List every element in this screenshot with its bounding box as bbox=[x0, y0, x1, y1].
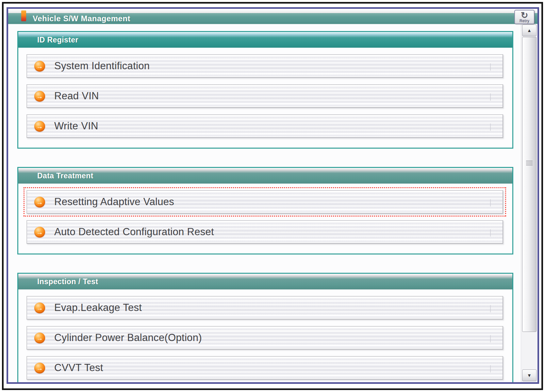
menu-item-system-identification[interactable]: → System Identification bbox=[26, 54, 503, 78]
arrow-icon: → bbox=[34, 302, 45, 313]
section-data-treatment: Data Treatment → Resetting Adaptive Valu… bbox=[17, 167, 513, 254]
arrow-icon: → bbox=[34, 61, 45, 72]
app-icon bbox=[21, 10, 26, 21]
menu-item-label: Evap.Leakage Test bbox=[54, 302, 142, 314]
menu-item-resetting-adaptive-values[interactable]: → Resetting Adaptive Values bbox=[26, 190, 503, 214]
section-header-data-treatment: Data Treatment bbox=[18, 168, 512, 184]
menu-item-label: System Identification bbox=[54, 60, 150, 72]
menu-item-cvvt-test[interactable]: → CVVT Test bbox=[26, 356, 503, 380]
section-header-inspection-test: Inspection / Test bbox=[18, 274, 512, 289]
section-items: → Resetting Adaptive Values → Auto Detec… bbox=[18, 184, 512, 253]
menu-item-read-vin[interactable]: → Read VIN bbox=[26, 84, 503, 108]
menu-item-label: Auto Detected Configuration Reset bbox=[54, 226, 214, 238]
menu-content: ID Register → System Identification → Re… bbox=[8, 24, 520, 382]
section-title: ID Register bbox=[37, 36, 78, 44]
menu-item-label: CVVT Test bbox=[54, 362, 103, 374]
arrow-icon: → bbox=[34, 227, 45, 237]
menu-item-auto-detected-configuration-reset[interactable]: → Auto Detected Configuration Reset bbox=[26, 220, 503, 244]
arrow-icon: → bbox=[34, 333, 45, 343]
scrollbar-thumb[interactable] bbox=[522, 37, 537, 332]
up-arrow-icon: ▲ bbox=[527, 28, 532, 33]
scrollbar-grip-icon bbox=[526, 161, 533, 166]
section-id-register: ID Register → System Identification → Re… bbox=[17, 31, 513, 149]
scroll-down-button[interactable]: ▼ bbox=[522, 369, 537, 381]
section-header-id-register: ID Register bbox=[18, 32, 512, 48]
title-bar-top-strip bbox=[8, 9, 537, 13]
section-items: → System Identification → Read VIN → Wri… bbox=[18, 48, 512, 148]
menu-item-evap-leakage-test[interactable]: → Evap.Leakage Test bbox=[26, 296, 503, 319]
arrow-icon: → bbox=[34, 91, 45, 102]
section-title: Data Treatment bbox=[37, 172, 93, 180]
title-bar: Vehicle S/W Management ↻ Retry bbox=[8, 9, 537, 24]
section-items: → Evap.Leakage Test → Cylinder Power Bal… bbox=[18, 289, 512, 382]
arrow-icon: → bbox=[34, 197, 45, 207]
menu-item-label: Cylinder Power Balance(Option) bbox=[54, 332, 202, 344]
scroll-up-button[interactable]: ▲ bbox=[522, 24, 537, 36]
retry-button[interactable]: ↻ Retry bbox=[514, 10, 535, 24]
section-title: Inspection / Test bbox=[37, 277, 98, 286]
arrow-icon: → bbox=[34, 121, 45, 132]
page-title: Vehicle S/W Management bbox=[33, 14, 130, 23]
menu-item-label: Resetting Adaptive Values bbox=[54, 196, 174, 208]
retry-button-label: Retry bbox=[515, 19, 534, 23]
menu-item-label: Write VIN bbox=[54, 120, 98, 132]
down-arrow-icon: ▼ bbox=[527, 373, 532, 378]
title-bar-teal: Vehicle S/W Management bbox=[8, 13, 537, 24]
section-inspection-test: Inspection / Test → Evap.Leakage Test → … bbox=[17, 273, 513, 382]
vehicle-sw-management-window: Vehicle S/W Management ↻ Retry ID Regist… bbox=[7, 7, 539, 384]
menu-item-write-vin[interactable]: → Write VIN bbox=[26, 114, 503, 138]
vertical-scrollbar[interactable]: ▲ ▼ bbox=[521, 24, 537, 382]
menu-item-label: Read VIN bbox=[54, 90, 99, 102]
arrow-icon: → bbox=[34, 363, 45, 373]
menu-item-cylinder-power-balance[interactable]: → Cylinder Power Balance(Option) bbox=[26, 326, 503, 350]
